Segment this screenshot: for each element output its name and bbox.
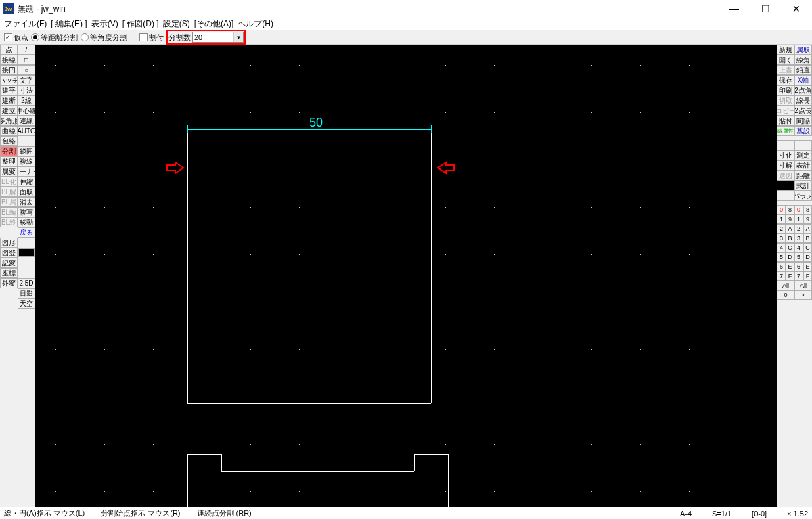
rtool-コピー[interactable]: コピー [777,106,794,116]
rtool-線属性[interactable]: 線属性 [777,126,794,136]
all-value-0[interactable]: 0 [777,290,794,300]
rtool-線長[interactable]: 線長 [794,95,812,106]
menu-draw[interactable]: [ 作図(D) ] [121,18,160,30]
layer-4-0[interactable]: 4 [777,243,786,252]
rtool-寸化[interactable]: 寸化 [777,150,794,160]
tool-寸法[interactable]: 寸法 [18,85,35,95]
layer-4-2[interactable]: 4 [794,243,803,252]
menu-help[interactable]: ヘルプ(H) [236,18,275,30]
tool-建断[interactable]: 建断 [0,95,18,106]
layer-2-2[interactable]: 2 [794,224,803,233]
tool-図登[interactable]: 図登 [0,248,18,258]
tool-shape-circle[interactable]: ○ [18,65,35,75]
eqang-radio[interactable]: 等角度分割 [81,32,127,43]
all-label-0[interactable]: All [777,281,794,290]
layer-6-2[interactable]: 6 [794,262,803,271]
tool-BL終[interactable]: BL終 [0,217,18,227]
tool-ハッチ[interactable]: ハッチ [0,75,18,85]
tool-BL属[interactable]: BL属 [0,197,18,207]
rtool-新規[interactable]: 新規 [777,45,794,55]
tool-戻る[interactable]: 戻る [18,227,35,238]
menu-settings[interactable]: 設定(S) [162,18,191,30]
layer-7-2[interactable]: 7 [794,271,803,281]
tool-複線[interactable]: 複線 [18,156,35,166]
tool-BL解[interactable]: BL解 [0,187,18,197]
split-combo[interactable]: 20 ▼ [192,32,244,43]
rtool-寸解[interactable]: 寸解 [777,160,794,171]
layer-5-2[interactable]: 5 [794,252,803,262]
tool-曲線[interactable]: 曲線 [0,126,18,136]
rtool-属取[interactable]: 属取 [794,45,812,55]
rtool-選図[interactable]: 選図 [777,171,794,181]
color-swatch[interactable] [18,248,35,257]
rtool-印刷[interactable]: 印刷 [777,85,794,95]
layer-6-1[interactable]: E [786,262,794,271]
minimize-button[interactable]: — [719,0,750,18]
all-value-1[interactable]: × [794,290,812,300]
drawing-canvas[interactable]: 50 [35,45,777,508]
layer-7-0[interactable]: 7 [777,271,786,281]
tool-移動[interactable]: 移動 [18,217,35,227]
layer-6-0[interactable]: 6 [777,262,786,271]
layer-5-3[interactable]: D [803,252,812,262]
rtool-2点長[interactable]: 2点長 [794,106,812,116]
all-label-1[interactable]: All [794,281,812,290]
karipoint-checkbox[interactable]: ✓ 仮点 [4,32,28,43]
tool-コーナー[interactable]: コーナー [18,166,35,177]
tool-面取[interactable]: 面取 [18,187,35,197]
tool-点[interactable]: 点 [0,45,18,55]
layer-4-1[interactable]: C [786,243,794,252]
layer-1-3[interactable]: 9 [803,215,812,224]
menu-file[interactable]: ファイル(F) [3,18,48,30]
rtool-開く[interactable]: 開く [777,55,794,65]
layer-0-3[interactable]: 8 [803,205,812,215]
tool-shape-line[interactable]: / [18,45,35,55]
menu-other[interactable]: [その他(A)] [193,18,235,30]
tool-分割[interactable]: 分割 [0,146,18,156]
rtool-間隔[interactable]: 間隔 [794,116,812,126]
tool-包絡[interactable]: 包絡 [0,136,18,146]
tool-shape-rect[interactable]: □ [18,55,35,65]
layer-3-1[interactable]: B [786,233,794,243]
tool-AUTO[interactable]: AUTO [18,126,35,136]
menu-view[interactable]: 表示(V) [90,18,120,30]
tool-中心線[interactable]: 中心線 [18,106,35,116]
rtool-表計[interactable]: 表計 [794,160,812,171]
rtool-上書[interactable]: 上書 [777,65,794,75]
layer-6-3[interactable]: E [803,262,812,271]
layer-2-0[interactable]: 2 [777,224,786,233]
tool-記変[interactable]: 記変 [0,258,18,268]
layer-0-0[interactable]: 0 [777,205,786,215]
rtool-距離[interactable]: 距離 [794,171,812,181]
tool-属変[interactable]: 属変 [0,166,18,177]
status-scale[interactable]: S=1/1 [712,510,731,518]
layer-2-1[interactable]: A [786,224,794,233]
eqdist-radio[interactable]: 等距離分割 [31,32,78,43]
layer-1-1[interactable]: 9 [786,215,794,224]
layer-0-2[interactable]: 0 [794,205,803,215]
tool-消去[interactable]: 消去 [18,197,35,207]
maximize-button[interactable]: ☐ [750,0,781,18]
waritsuke-checkbox[interactable]: 割付 [139,32,164,43]
rtool-保存[interactable]: 保存 [777,75,794,85]
tool-天空[interactable]: 天空 [18,298,35,309]
layer-1-0[interactable]: 1 [777,215,786,224]
rtool-X軸[interactable]: X軸 [794,75,812,85]
tool-範囲[interactable]: 範囲 [18,146,35,156]
rtool-鉛直[interactable]: 鉛直 [794,65,812,75]
layer-3-0[interactable]: 3 [777,233,786,243]
tool-2.5D[interactable]: 2.5D [18,278,35,288]
tool-伸縮[interactable]: 伸縮 [18,177,35,187]
rtool-線角[interactable]: 線角 [794,55,812,65]
layer-1-2[interactable]: 1 [794,215,803,224]
status-layer[interactable]: [0-0] [752,510,767,518]
tool-建平[interactable]: 建平 [0,85,18,95]
rtool-2点角[interactable]: 2点角 [794,85,812,95]
tool-2線[interactable]: 2線 [18,95,35,106]
status-zoom[interactable]: × 1.52 [787,510,808,518]
tool-多角形[interactable]: 多角形 [0,116,18,126]
rtool-基設[interactable]: 基設 [794,126,812,136]
layer-3-3[interactable]: B [803,233,812,243]
layer-3-2[interactable]: 3 [794,233,803,243]
tool-整理[interactable]: 整理 [0,156,18,166]
